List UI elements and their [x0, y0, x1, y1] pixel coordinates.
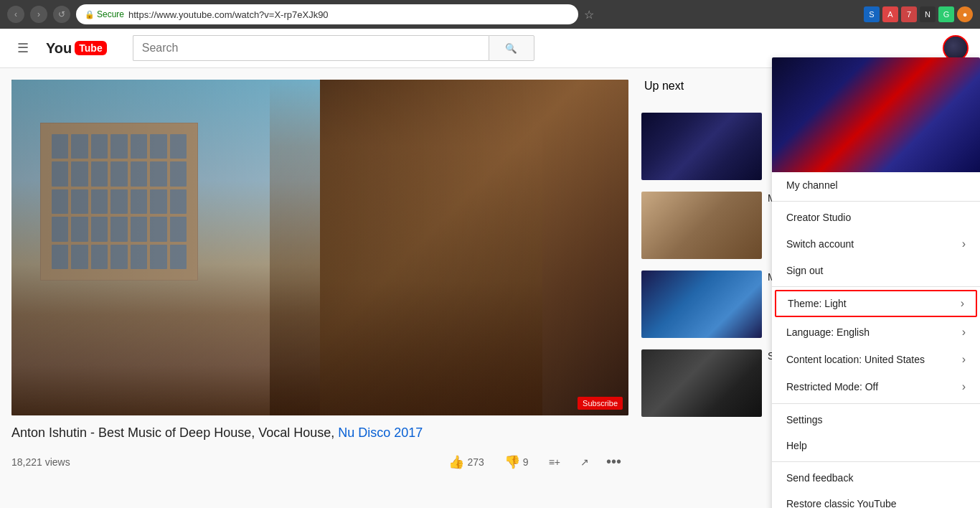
thumbs-up-icon: 👍	[448, 454, 464, 470]
dropdown-header	[772, 57, 980, 172]
header-wrapper: ☰ You Tube 🔍 My channel Creator Studio	[0, 29, 980, 68]
dropdown-menu: My channel Creator Studio Switch account…	[772, 57, 980, 508]
ext-s: S	[864, 6, 880, 22]
subscribe-badge: Subscribe	[578, 397, 623, 410]
video-player[interactable]: Subscribe	[11, 80, 628, 415]
divider-2	[772, 286, 980, 287]
search-icon: 🔍	[505, 43, 517, 54]
browser-chrome: ‹ › ↺ 🔒 Secure https://www.youtube.com/w…	[0, 0, 980, 29]
ext-7: 7	[901, 6, 917, 22]
menu-item-language[interactable]: Language: English ›	[772, 319, 980, 346]
menu-item-creator-studio[interactable]: Creator Studio	[772, 204, 980, 230]
url-text: https://www.youtube.com/watch?v=X-rp7eXJ…	[128, 9, 329, 20]
dislike-button[interactable]: 👎 9	[496, 448, 537, 476]
menu-item-restricted-mode[interactable]: Restricted Mode: Off ›	[772, 373, 980, 400]
thumbnail-4	[641, 349, 762, 417]
view-count: 18,221 views	[11, 456, 434, 468]
add-to-list-button[interactable]: ≡+	[540, 451, 569, 474]
menu-item-send-feedback[interactable]: Send feedback	[772, 465, 980, 491]
browser-extensions: S A 7 N G ●	[864, 6, 973, 22]
like-count: 273	[467, 456, 484, 468]
search-container: 🔍	[133, 35, 534, 61]
menu-item-settings[interactable]: Settings	[772, 407, 980, 433]
ext-g: G	[938, 6, 954, 22]
secure-label: Secure	[97, 9, 124, 19]
reload-button[interactable]: ↺	[53, 6, 70, 23]
ext-a: A	[882, 6, 898, 22]
ext-o: ●	[957, 6, 973, 22]
menu-item-sign-out[interactable]: Sign out	[772, 258, 980, 283]
lock-icon: 🔒	[85, 10, 95, 19]
yt-logo-icon: Tube	[75, 41, 106, 55]
menu-item-switch-account[interactable]: Switch account ›	[772, 230, 980, 258]
chevron-right-icon-5: ›	[962, 380, 966, 393]
more-options-button[interactable]: •••	[600, 448, 627, 476]
video-section: Subscribe Anton Ishutin - Best Music of …	[0, 68, 639, 508]
video-info: Anton Ishutin - Best Music of Deep House…	[11, 424, 627, 476]
divider-3	[772, 403, 980, 404]
menu-item-content-location[interactable]: Content location: United States ›	[772, 346, 980, 373]
video-title: Anton Ishutin - Best Music of Deep House…	[11, 424, 627, 442]
video-stats-row: 18,221 views 👍 273 👎 9 ≡+ ↗	[11, 448, 627, 476]
video-overlay	[11, 80, 628, 415]
thumbs-down-icon: 👎	[504, 454, 520, 470]
secure-badge: 🔒 Secure	[85, 9, 124, 19]
ext-n: N	[920, 6, 936, 22]
chevron-right-icon-3: ›	[962, 326, 966, 339]
search-button[interactable]: 🔍	[489, 35, 534, 61]
dropdown-header-image	[772, 57, 980, 172]
chevron-right-icon-4: ›	[962, 353, 966, 366]
yt-logo-text: You	[46, 40, 72, 57]
menu-item-help[interactable]: Help	[772, 433, 980, 458]
search-input[interactable]	[133, 35, 489, 61]
menu-item-restore-classic[interactable]: Restore classic YouTube	[772, 491, 980, 508]
thumbnail-2	[641, 192, 762, 259]
thumbnail-1	[641, 113, 762, 180]
video-title-link[interactable]: Nu Disco 2017	[338, 425, 423, 440]
share-icon: ↗	[580, 456, 589, 468]
chevron-right-icon: ›	[962, 237, 966, 250]
action-buttons: 👍 273 👎 9 ≡+ ↗ •••	[440, 448, 627, 476]
divider-1	[772, 201, 980, 202]
video-thumbnail: Subscribe	[11, 80, 628, 415]
bookmark-icon[interactable]: ☆	[584, 8, 594, 22]
yt-logo[interactable]: You Tube	[46, 40, 107, 57]
menu-item-theme[interactable]: Theme: Light ›	[775, 290, 977, 317]
thumbnail-3	[641, 271, 762, 338]
forward-button[interactable]: ›	[30, 6, 47, 23]
back-button[interactable]: ‹	[7, 6, 24, 23]
add-list-icon: ≡+	[549, 456, 560, 468]
address-bar[interactable]: 🔒 Secure https://www.youtube.com/watch?v…	[76, 4, 578, 24]
divider-4	[772, 461, 980, 462]
chevron-right-icon-2: ›	[961, 297, 964, 310]
like-button[interactable]: 👍 273	[440, 448, 492, 476]
menu-icon[interactable]: ☰	[11, 34, 34, 62]
menu-item-my-channel[interactable]: My channel	[772, 172, 980, 198]
dislike-count: 9	[523, 456, 529, 468]
avatar-image	[944, 37, 967, 60]
up-next-label: Up next	[641, 80, 684, 93]
share-button[interactable]: ↗	[572, 451, 598, 474]
